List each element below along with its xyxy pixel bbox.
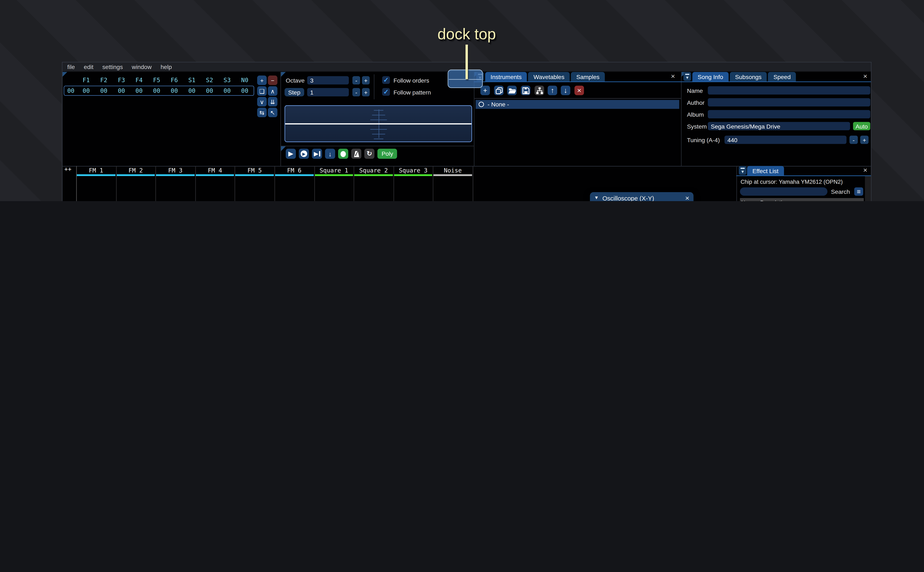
instrument-add-button[interactable]: + <box>480 86 490 95</box>
stop-button[interactable] <box>338 149 348 159</box>
orders-cell[interactable]: 00 <box>218 87 236 94</box>
orders-swap-button[interactable]: ⇆ <box>257 108 267 117</box>
song-tab-list-button[interactable]: ▼ <box>683 72 691 81</box>
step-minus-button[interactable]: - <box>352 88 360 96</box>
transport-bar: ▶ ▶ ▶ ↓ ↻ Poly <box>286 149 397 159</box>
octave-plus-button[interactable]: + <box>362 76 370 84</box>
channel-header-square-1[interactable]: Square 1 <box>314 166 354 174</box>
instrument-delete-button[interactable]: × <box>574 86 584 95</box>
orders-edit-mode-button[interactable]: ↖ <box>268 108 277 117</box>
play-one-row-button[interactable]: ▶ <box>312 149 322 159</box>
tuning-plus-button[interactable]: + <box>860 136 869 144</box>
orders-cell[interactable]: 00 <box>236 87 254 94</box>
instrument-move-down-button[interactable]: ↓ <box>561 86 570 95</box>
pattern-column-line <box>235 166 235 201</box>
close-icon[interactable]: × <box>863 166 867 174</box>
tab-instruments[interactable]: Instruments <box>485 72 527 82</box>
orders-duplicate-button[interactable]: ❏ <box>257 86 267 96</box>
repeat-pattern-button[interactable]: ↻ <box>364 149 374 159</box>
metronome-button[interactable] <box>351 149 361 159</box>
dock-top-target[interactable] <box>447 70 483 88</box>
song-tab-bar: Song Info Subsongs Speed <box>692 72 796 82</box>
tuning-field[interactable]: 440 <box>725 136 846 144</box>
collapse-icon[interactable]: ▼ <box>594 195 599 201</box>
album-label: Album <box>687 111 704 118</box>
instrument-save-button[interactable] <box>521 86 530 95</box>
octave-minus-button[interactable]: - <box>352 76 360 84</box>
play-button[interactable]: ▶ <box>286 149 296 159</box>
author-label: Author <box>687 99 704 106</box>
pattern-column-line <box>156 166 156 201</box>
divider <box>681 72 682 166</box>
pattern-corner-button[interactable]: ++ <box>62 166 76 175</box>
step-plus-button[interactable]: + <box>362 88 370 96</box>
octave-input[interactable]: 3 <box>307 76 349 84</box>
orders-cell[interactable]: 00 <box>201 87 218 94</box>
orders-move-up-button[interactable]: ∧ <box>268 86 277 96</box>
orders-duplicate-deep-button[interactable]: ⇊ <box>268 97 277 107</box>
step-label[interactable]: Step <box>285 88 304 96</box>
tab-effect-list[interactable]: Effect List <box>747 166 784 176</box>
channel-header-square-3[interactable]: Square 3 <box>393 166 433 174</box>
channel-header-square-2[interactable]: Square 2 <box>354 166 393 174</box>
channel-header-fm-4[interactable]: FM 4 <box>195 166 235 174</box>
menu-item-file[interactable]: file <box>67 64 75 70</box>
orders-cell[interactable]: 00 <box>78 87 95 94</box>
channel-header-fm-3[interactable]: FM 3 <box>156 166 195 174</box>
play-from-start-button[interactable]: ▶ <box>299 149 309 159</box>
osc-tick <box>374 110 383 110</box>
orders-move-down-button[interactable]: ∨ <box>257 97 267 107</box>
poly-toggle-button[interactable]: Poly <box>377 149 397 159</box>
tab-wavetables[interactable]: Wavetables <box>528 72 570 82</box>
effect-search-input[interactable] <box>740 187 827 196</box>
orders-remove-button[interactable]: − <box>268 76 277 85</box>
orders-cell[interactable]: 00 <box>148 87 165 94</box>
close-icon[interactable]: × <box>671 73 675 80</box>
tab-subsongs[interactable]: Subsongs <box>729 72 767 82</box>
instrument-move-up-button[interactable]: ↑ <box>548 86 557 95</box>
system-auto-button[interactable]: Auto <box>853 122 870 130</box>
menu-item-edit[interactable]: edit <box>84 64 93 70</box>
follow-orders-checkbox[interactable]: ✓ <box>382 76 390 84</box>
orders-cell[interactable]: 00 <box>130 87 148 94</box>
instrument-open-button[interactable] <box>507 86 517 95</box>
instrument-tree-view-button[interactable] <box>534 86 544 95</box>
menu-item-window[interactable]: window <box>132 64 152 70</box>
tab-song-info[interactable]: Song Info <box>692 72 729 82</box>
channel-header-fm-6[interactable]: FM 6 <box>274 166 314 174</box>
instrument-list-item-selected[interactable]: - None - <box>475 100 679 109</box>
system-field[interactable]: Sega Genesis/Mega Drive <box>708 122 850 130</box>
copy-icon <box>495 87 503 94</box>
orders-col-F6: F6 <box>165 77 183 83</box>
orders-row-selected[interactable]: 0000000000000000000000 <box>64 86 254 96</box>
orders-add-button[interactable]: + <box>257 76 267 85</box>
author-field[interactable] <box>708 98 870 106</box>
oscilloscope-xy-titlebar[interactable]: ▼ Oscilloscope (X-Y) × <box>590 192 693 201</box>
orders-cell[interactable]: 00 <box>183 87 201 94</box>
effect-list-scrollbar[interactable] <box>865 176 871 201</box>
orders-cell[interactable]: 00 <box>112 87 130 94</box>
orders-cell[interactable]: 00 <box>95 87 112 94</box>
step-input[interactable]: 1 <box>307 88 349 96</box>
tab-speed[interactable]: Speed <box>768 72 796 82</box>
close-icon[interactable]: × <box>685 194 689 201</box>
orders-cell[interactable]: 00 <box>165 87 183 94</box>
follow-pattern-checkbox[interactable]: ✓ <box>382 88 390 96</box>
step-row-button[interactable]: ↓ <box>325 149 335 159</box>
instrument-duplicate-button[interactable] <box>494 86 503 95</box>
channel-header-fm-5[interactable]: FM 5 <box>235 166 274 174</box>
tab-samples[interactable]: Samples <box>571 72 605 82</box>
effect-list-menu-button[interactable]: ≡ <box>854 187 863 196</box>
oscilloscope-xy-window[interactable]: ▼ Oscilloscope (X-Y) × <box>590 192 693 201</box>
bar-icon <box>740 168 745 169</box>
album-field[interactable] <box>708 110 870 118</box>
close-icon[interactable]: × <box>863 73 867 80</box>
effect-tab-list-button[interactable]: ▼ <box>739 166 746 175</box>
channel-header-fm-1[interactable]: FM 1 <box>76 166 116 174</box>
menu-item-help[interactable]: help <box>160 64 172 70</box>
name-field[interactable] <box>708 86 870 95</box>
menu-item-settings[interactable]: settings <box>102 64 123 70</box>
channel-header-fm-2[interactable]: FM 2 <box>116 166 156 174</box>
tuning-minus-button[interactable]: - <box>849 136 858 144</box>
channel-header-noise[interactable]: Noise <box>433 166 472 174</box>
